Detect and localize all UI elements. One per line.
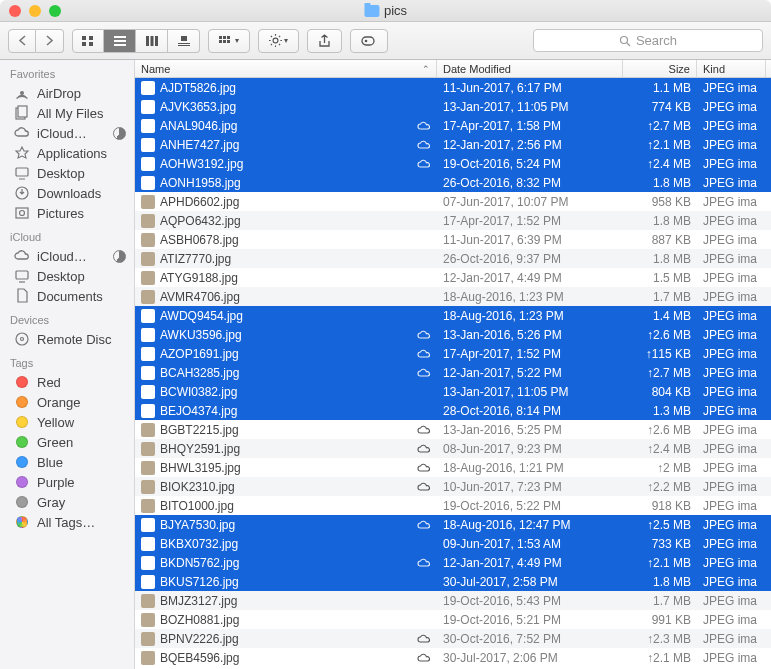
file-row[interactable]: APHD6602.jpg07-Jun-2017, 10:07 PM958 KBJ… bbox=[135, 192, 771, 211]
sidebar-item[interactable]: AirDrop bbox=[0, 83, 134, 103]
file-name: BGBT2215.jpg bbox=[160, 423, 239, 437]
sidebar-item-label: Pictures bbox=[37, 206, 84, 221]
upload-arrow-icon: ↑ bbox=[647, 119, 653, 133]
file-row[interactable]: BQEB4596.jpg30-Jul-2017, 2:06 PM↑ 2.1 MB… bbox=[135, 648, 771, 667]
sidebar-item[interactable]: Red bbox=[0, 372, 134, 392]
minimize-button[interactable] bbox=[29, 5, 41, 17]
file-list: Name⌃ Date Modified Size Kind AJDT5826.j… bbox=[135, 60, 771, 669]
file-thumbnail-icon bbox=[141, 81, 155, 95]
sidebar-item[interactable]: Purple bbox=[0, 472, 134, 492]
file-row[interactable]: ATIZ7770.jpg26-Oct-2016, 9:37 PM1.8 MBJP… bbox=[135, 249, 771, 268]
close-button[interactable] bbox=[9, 5, 21, 17]
arrange-button[interactable]: ▾ bbox=[208, 29, 250, 53]
file-row[interactable]: BMJZ3127.jpg19-Oct-2016, 5:43 PM1.7 MBJP… bbox=[135, 591, 771, 610]
back-button[interactable] bbox=[8, 29, 36, 53]
file-date: 19-Oct-2016, 5:21 PM bbox=[437, 613, 623, 627]
cloud-icon bbox=[417, 651, 431, 665]
sidebar-item[interactable]: iCloud… bbox=[0, 123, 134, 143]
sidebar-item[interactable]: Orange bbox=[0, 392, 134, 412]
file-row[interactable]: AWKU3596.jpg13-Jan-2016, 5:26 PM↑ 2.6 MB… bbox=[135, 325, 771, 344]
sidebar-item[interactable]: iCloud… bbox=[0, 246, 134, 266]
sidebar-item[interactable]: Desktop bbox=[0, 163, 134, 183]
sidebar-item[interactable]: Documents bbox=[0, 286, 134, 306]
sidebar-item[interactable]: Yellow bbox=[0, 412, 134, 432]
svg-point-22 bbox=[620, 36, 627, 43]
sidebar-item-label: All My Files bbox=[37, 106, 103, 121]
file-row[interactable]: BITO1000.jpg19-Oct-2016, 5:22 PM918 KBJP… bbox=[135, 496, 771, 515]
pictures-icon bbox=[14, 205, 30, 221]
progress-pie-icon bbox=[113, 127, 126, 140]
file-row[interactable]: BCAH3285.jpg12-Jan-2017, 5:22 PM↑ 2.7 MB… bbox=[135, 363, 771, 382]
column-date[interactable]: Date Modified bbox=[437, 60, 623, 77]
file-row[interactable]: ANHE7427.jpg12-Jan-2017, 2:56 PM↑ 2.1 MB… bbox=[135, 135, 771, 154]
sidebar-item-label: Applications bbox=[37, 146, 107, 161]
file-row[interactable]: AJVK3653.jpg13-Jan-2017, 11:05 PM774 KBJ… bbox=[135, 97, 771, 116]
column-name[interactable]: Name⌃ bbox=[135, 60, 437, 77]
file-row[interactable]: BHWL3195.jpg18-Aug-2016, 1:21 PM↑ 2 MBJP… bbox=[135, 458, 771, 477]
file-row[interactable]: AVMR4706.jpg18-Aug-2016, 1:23 PM1.7 MBJP… bbox=[135, 287, 771, 306]
forward-button[interactable] bbox=[36, 29, 64, 53]
file-row[interactable]: BPNV2226.jpg30-Oct-2016, 7:52 PM↑ 2.3 MB… bbox=[135, 629, 771, 648]
zoom-button[interactable] bbox=[49, 5, 61, 17]
sidebar-item[interactable]: Applications bbox=[0, 143, 134, 163]
sidebar-item[interactable]: All Tags… bbox=[0, 512, 134, 532]
file-row[interactable]: BIOK2310.jpg10-Jun-2017, 7:23 PM↑ 2.2 MB… bbox=[135, 477, 771, 496]
upload-arrow-icon: ↑ bbox=[646, 347, 652, 361]
file-thumbnail-icon bbox=[141, 366, 155, 380]
icon-view-button[interactable] bbox=[72, 29, 104, 53]
file-row[interactable]: BEJO4374.jpg28-Oct-2016, 8:14 PM1.3 MBJP… bbox=[135, 401, 771, 420]
file-name: BKDN5762.jpg bbox=[160, 556, 239, 570]
file-size: 887 KB bbox=[623, 233, 697, 247]
column-kind[interactable]: Kind bbox=[697, 60, 766, 77]
file-row[interactable]: AZOP1691.jpg17-Apr-2017, 1:52 PM↑ 115 KB… bbox=[135, 344, 771, 363]
file-size: ↑ 2.5 MB bbox=[623, 518, 697, 532]
file-row[interactable]: AJDT5826.jpg11-Jun-2017, 6:17 PM1.1 MBJP… bbox=[135, 78, 771, 97]
sidebar-item[interactable]: Downloads bbox=[0, 183, 134, 203]
file-row[interactable]: AQPO6432.jpg17-Apr-2017, 1:52 PM1.8 MBJP… bbox=[135, 211, 771, 230]
column-view-button[interactable] bbox=[136, 29, 168, 53]
file-row[interactable]: BCWI0382.jpg13-Jan-2017, 11:05 PM804 KBJ… bbox=[135, 382, 771, 401]
sidebar-item[interactable]: Pictures bbox=[0, 203, 134, 223]
file-row[interactable]: BGBT2215.jpg13-Jan-2016, 5:25 PM↑ 2.6 MB… bbox=[135, 420, 771, 439]
cloud-icon bbox=[417, 366, 431, 380]
file-row[interactable]: AWDQ9454.jpg18-Aug-2016, 1:23 PM1.4 MBJP… bbox=[135, 306, 771, 325]
file-name: ANHE7427.jpg bbox=[160, 138, 239, 152]
sidebar-item[interactable]: Green bbox=[0, 432, 134, 452]
coverflow-view-button[interactable] bbox=[168, 29, 200, 53]
sidebar-item[interactable]: All My Files bbox=[0, 103, 134, 123]
sidebar-item[interactable]: Gray bbox=[0, 492, 134, 512]
share-button[interactable] bbox=[307, 29, 342, 53]
file-thumbnail-icon bbox=[141, 613, 155, 627]
file-date: 17-Apr-2017, 1:52 PM bbox=[437, 214, 623, 228]
file-row[interactable]: BKDN5762.jpg12-Jan-2017, 4:49 PM↑ 2.1 MB… bbox=[135, 553, 771, 572]
sidebar-item[interactable]: Desktop bbox=[0, 266, 134, 286]
file-kind: JPEG ima bbox=[697, 632, 766, 646]
file-name: BEJO4374.jpg bbox=[160, 404, 237, 418]
file-row[interactable]: BKBX0732.jpg09-Jun-2017, 1:53 AM733 KBJP… bbox=[135, 534, 771, 553]
sidebar-item[interactable]: Remote Disc bbox=[0, 329, 134, 349]
search-field[interactable]: Search bbox=[533, 29, 763, 52]
file-row[interactable]: ANAL9046.jpg17-Apr-2017, 1:58 PM↑ 2.7 MB… bbox=[135, 116, 771, 135]
list-view-button[interactable] bbox=[104, 29, 136, 53]
file-size: 774 KB bbox=[623, 100, 697, 114]
file-thumbnail-icon bbox=[141, 461, 155, 475]
tags-button[interactable] bbox=[350, 29, 388, 53]
action-button[interactable]: ▾ bbox=[258, 29, 299, 53]
svg-point-19 bbox=[273, 38, 278, 43]
file-date: 18-Aug-2016, 12:47 PM bbox=[437, 518, 623, 532]
sidebar-item[interactable]: Blue bbox=[0, 452, 134, 472]
file-row[interactable]: BKUS7126.jpg30-Jul-2017, 2:58 PM1.8 MBJP… bbox=[135, 572, 771, 591]
file-date: 18-Aug-2016, 1:23 PM bbox=[437, 309, 623, 323]
column-size[interactable]: Size bbox=[623, 60, 697, 77]
sidebar-item-label: Yellow bbox=[37, 415, 74, 430]
file-thumbnail-icon bbox=[141, 233, 155, 247]
file-row[interactable]: BOZH0881.jpg19-Oct-2016, 5:21 PM991 KBJP… bbox=[135, 610, 771, 629]
file-thumbnail-icon bbox=[141, 404, 155, 418]
file-row[interactable]: AOHW3192.jpg19-Oct-2016, 5:24 PM↑ 2.4 MB… bbox=[135, 154, 771, 173]
file-row[interactable]: AONH1958.jpg26-Oct-2016, 8:32 PM1.8 MBJP… bbox=[135, 173, 771, 192]
svg-line-23 bbox=[627, 43, 630, 46]
file-row[interactable]: BJYA7530.jpg18-Aug-2016, 12:47 PM↑ 2.5 M… bbox=[135, 515, 771, 534]
file-row[interactable]: BHQY2591.jpg08-Jun-2017, 9:23 PM↑ 2.4 MB… bbox=[135, 439, 771, 458]
file-row[interactable]: ATYG9188.jpg12-Jan-2017, 4:49 PM1.5 MBJP… bbox=[135, 268, 771, 287]
file-row[interactable]: ASBH0678.jpg11-Jun-2017, 6:39 PM887 KBJP… bbox=[135, 230, 771, 249]
